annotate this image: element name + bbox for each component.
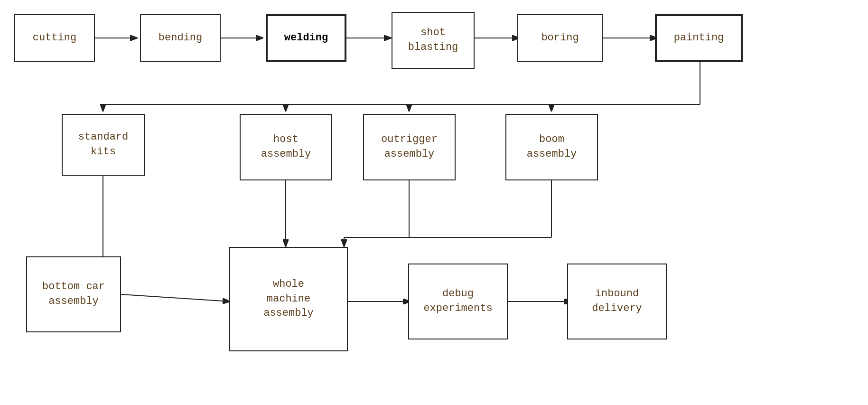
- node-bending: bending: [140, 14, 221, 62]
- node-boring: boring: [517, 14, 603, 62]
- svg-line-20: [121, 294, 230, 301]
- node-host-assembly: hostassembly: [240, 114, 332, 180]
- process-diagram: cutting bending welding shotblasting bor…: [0, 0, 868, 405]
- node-debug-experiments: debugexperiments: [408, 264, 508, 339]
- node-inbound-delivery: inbounddelivery: [567, 264, 667, 339]
- node-standard-kits: standardkits: [62, 114, 145, 176]
- node-bottom-car-assembly: bottom carassembly: [26, 256, 121, 332]
- node-welding: welding: [266, 14, 346, 62]
- node-shot-blasting: shotblasting: [392, 12, 475, 69]
- node-cutting: cutting: [14, 14, 95, 62]
- node-boom-assembly: boomassembly: [505, 114, 598, 180]
- node-whole-machine-assembly: wholemachineassembly: [229, 247, 348, 351]
- node-painting: painting: [655, 14, 743, 62]
- node-outrigger-assembly: outriggerassembly: [363, 114, 456, 180]
